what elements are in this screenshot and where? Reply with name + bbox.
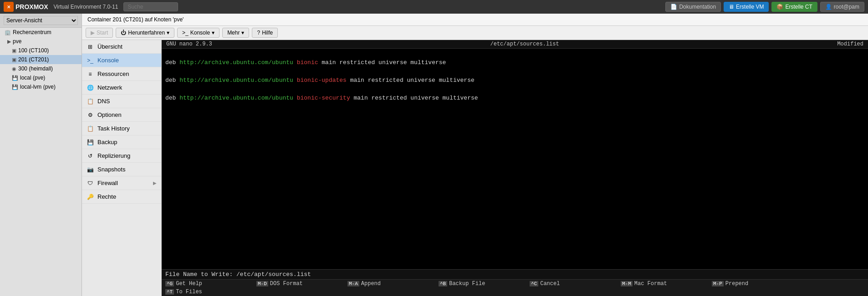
shortcut-key: ^C [530, 281, 538, 286]
vm-icon: 🖥 [729, 4, 734, 10]
nav-item-task-history[interactable]: 📋 Task History [82, 122, 161, 135]
terminal-shortcuts: ^G Get Help M-D DOS Format M-A Append [162, 279, 868, 296]
nav-item-snapshots[interactable]: 📷 Snapshots [82, 163, 161, 176]
nav-item-label: Optionen [97, 111, 122, 118]
terminal-title-center: /etc/apt/sources.list [490, 41, 559, 47]
sidebar-item-local-lvm[interactable]: 💾 local-lvm (pve) [0, 82, 82, 91]
snapshots-icon: 📷 [87, 166, 94, 173]
user-icon: 👤 [825, 4, 832, 10]
topbar: ✕ PROXMOX Virtual Environment 7.0-11 📄 D… [0, 0, 868, 14]
terminal-body[interactable]: deb http://archive.ubuntu.com/ubuntu bio… [162, 49, 868, 269]
shortcut-label: DOS Format [270, 281, 303, 287]
permissions-icon: 🔑 [87, 194, 94, 200]
app-subtitle: Virtual Environment 7.0-11 [54, 4, 118, 10]
sidebar-item-label: 100 (CT100) [18, 47, 49, 54]
storage-lvm-icon: 💾 [12, 84, 18, 90]
sidebar-item-vm300[interactable]: ◉ 300 (heimdall) [0, 64, 82, 73]
shortcut-label: Prepend [725, 281, 748, 287]
more-button[interactable]: Mehr ▾ [222, 28, 249, 38]
logo-icon: ✕ [4, 2, 14, 12]
terminal-input-line: File Name to Write: /etc/apt/sources.lis… [162, 270, 868, 279]
shortcut-cancel: ^C Cancel [526, 280, 617, 288]
console-icon: >_ [182, 30, 189, 36]
sidebar-item-local[interactable]: 💾 local (pve) [0, 73, 82, 82]
nav-item-dns[interactable]: 📋 DNS [82, 95, 161, 108]
nav-item-uebersicht[interactable]: ⊞ Übersicht [82, 40, 161, 54]
shortcut-key: ^T [165, 289, 174, 295]
main-layout: Server-Ansicht 🏢 Rechenzentrum ▶ pve ▣ 1… [0, 14, 868, 296]
user-button[interactable]: 👤 root@pam [820, 2, 864, 12]
start-icon: ▶ [91, 30, 95, 36]
network-icon: 🌐 [87, 85, 94, 91]
nav-item-firewall[interactable]: 🛡 Firewall ▶ [82, 176, 161, 190]
sidebar-item-pve[interactable]: ▶ pve [0, 37, 82, 46]
search-input[interactable] [123, 2, 178, 11]
shortcut-key: M-A [347, 281, 359, 286]
nav-item-label: Backup [97, 139, 117, 145]
nav-item-ressourcen[interactable]: ≡ Ressourcen [82, 67, 161, 81]
nav-item-replizierung[interactable]: ↺ Replizierung [82, 149, 161, 163]
shortcut-backup-file: ^B Backup File [435, 280, 526, 288]
console-button[interactable]: >_ Konsole ▾ [177, 28, 220, 38]
shortcut-key: M-P [712, 281, 724, 286]
shortcut-key: ^B [439, 281, 447, 286]
terminal-panel: GNU nano 2.9.3 /etc/apt/sources.list Mod… [162, 40, 868, 296]
ct-icon: 📦 [776, 4, 783, 10]
datacenter-icon: 🏢 [5, 30, 11, 35]
shortcut-label: Cancel [540, 281, 560, 287]
actionbar: ▶ Start ⏻ Herunterfahren ▾ >_ Konsole ▾ … [82, 26, 868, 40]
terminal-line: deb http://archive.ubuntu.com/ubuntu bio… [165, 77, 475, 84]
shortcut-label: Get Help [176, 281, 202, 287]
terminal-titlebar: GNU nano 2.9.3 /etc/apt/sources.list Mod… [162, 40, 868, 49]
terminal-title-left: GNU nano 2.9.3 [166, 41, 212, 47]
shortcut-key: M-M [621, 281, 633, 286]
sidebar-item-rechenzentrum[interactable]: 🏢 Rechenzentrum [0, 28, 82, 37]
create-ct-button[interactable]: 📦 Erstelle CT [771, 2, 817, 12]
shortcut-label: Append [361, 281, 381, 287]
help-icon: ? [257, 30, 260, 36]
nav-item-backup[interactable]: 💾 Backup [82, 135, 161, 149]
nav-item-netzwerk[interactable]: 🌐 Netzwerk [82, 81, 161, 95]
nav-panel: ⊞ Übersicht >_ Konsole ≡ Ressourcen 🌐 Ne… [82, 40, 162, 296]
search-container [123, 2, 178, 11]
shortcut-get-help: ^G Get Help [162, 280, 253, 288]
content-area: Container 201 (CT201) auf Knoten 'pve' ▶… [82, 14, 868, 296]
help-button[interactable]: ? Hilfe [252, 28, 278, 38]
options-icon: ⚙ [87, 112, 94, 118]
nav-item-optionen[interactable]: ⚙ Optionen [82, 108, 161, 122]
start-button[interactable]: ▶ Start [86, 28, 113, 38]
view-selector[interactable]: Server-Ansicht [4, 16, 78, 25]
sidebar-item-label: local-lvm (pve) [20, 84, 56, 90]
sidebar-item-label: Rechenzentrum [13, 29, 51, 35]
sidebar: Server-Ansicht 🏢 Rechenzentrum ▶ pve ▣ 1… [0, 14, 82, 296]
shutdown-button[interactable]: ⏻ Herunterfahren ▾ [116, 28, 174, 38]
nav-item-rechte[interactable]: 🔑 Rechte [82, 190, 161, 204]
shortcut-key: ^G [165, 281, 174, 286]
firewall-arrow-icon: ▶ [153, 181, 157, 186]
dns-icon: 📋 [87, 98, 94, 105]
sidebar-item-ct201[interactable]: ▣ 201 (CT201) [0, 55, 82, 64]
logo: ✕ PROXMOX [4, 2, 48, 12]
terminal-line [165, 68, 169, 75]
shortcut-mac-format: M-M Mac Format [617, 280, 708, 288]
vm-icon: ◉ [12, 66, 16, 72]
nav-item-label: Ressourcen [97, 70, 129, 77]
sidebar-item-label: pve [13, 38, 21, 45]
topbar-right: 📄 Dokumentation 🖥 Erstelle VM 📦 Erstelle… [665, 2, 864, 12]
terminal-line: deb http://archive.ubuntu.com/ubuntu bio… [165, 95, 478, 101]
ct-icon: ▣ [12, 48, 16, 54]
nav-item-label: Replizierung [97, 152, 130, 159]
nav-item-label: Übersicht [97, 43, 123, 50]
sidebar-item-ct100[interactable]: ▣ 100 (CT100) [0, 46, 82, 55]
nav-item-konsole[interactable]: >_ Konsole [82, 54, 161, 67]
nav-item-label: Konsole [97, 57, 119, 64]
logo-text: PROXMOX [15, 3, 48, 10]
docs-button[interactable]: 📄 Dokumentation [665, 2, 721, 12]
shortcut-append: M-A Append [344, 280, 435, 288]
more-dropdown-icon: ▾ [241, 30, 244, 36]
terminal-bottom: File Name to Write: /etc/apt/sources.lis… [162, 269, 868, 296]
create-vm-button[interactable]: 🖥 Erstelle VM [724, 2, 769, 12]
replication-icon: ↺ [87, 153, 94, 159]
shortcut-dos-format: M-D DOS Format [253, 280, 344, 288]
nav-item-label: Rechte [97, 193, 116, 200]
